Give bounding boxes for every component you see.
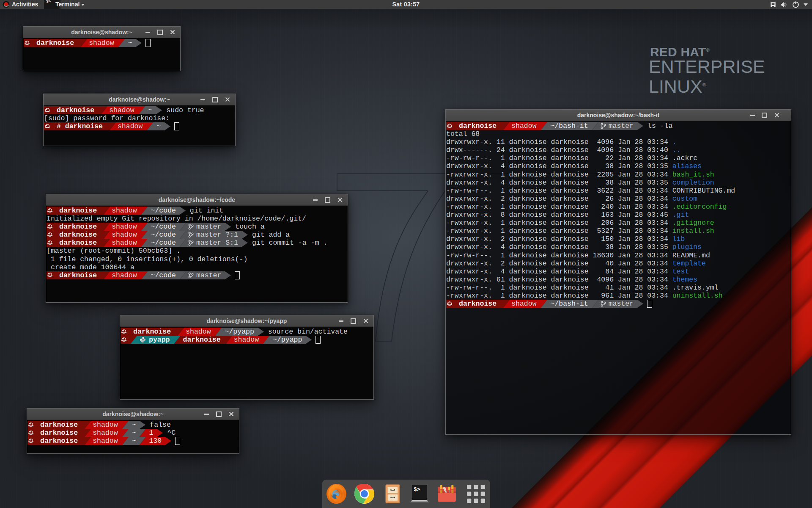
svg-text:$>: $> <box>414 486 420 493</box>
